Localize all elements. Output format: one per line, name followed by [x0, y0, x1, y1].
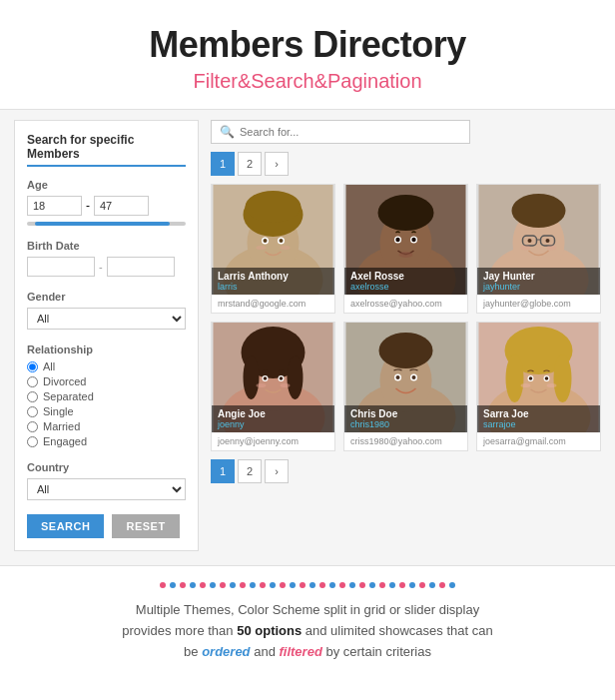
dot	[389, 582, 395, 588]
dot	[449, 582, 455, 588]
svg-point-17	[395, 238, 399, 242]
svg-point-9	[257, 246, 267, 250]
member-name: Larris Anthony	[218, 271, 289, 282]
page-1-button[interactable]: 1	[211, 152, 235, 176]
member-card[interactable]: Chris Doechris1980criss1980@yahoo.com	[343, 322, 468, 451]
svg-point-19	[399, 252, 413, 258]
page-2-button-bottom[interactable]: 2	[238, 459, 262, 483]
sidebar-title: Search for specific Members	[27, 133, 186, 167]
member-username: jayhunter	[483, 282, 520, 292]
member-username: sarrajoe	[483, 419, 516, 429]
footer-text-3: and ulimited showcases that can	[302, 623, 493, 638]
page-next-button-bottom[interactable]: ›	[265, 459, 289, 483]
svg-point-4	[246, 191, 302, 223]
dot	[369, 582, 375, 588]
member-name-badge: Angie Joejoenny	[212, 405, 334, 432]
member-email: criss1980@yahoo.com	[344, 432, 467, 450]
dot	[409, 582, 415, 588]
member-name: Sarra Joe	[483, 408, 529, 419]
member-username: axelrosse	[350, 282, 389, 292]
page-2-button[interactable]: 2	[238, 152, 262, 176]
member-card[interactable]: Sarra Joesarrajoejoesarra@gmail.com	[476, 322, 601, 451]
dot	[359, 582, 365, 588]
footer-text-5: and	[251, 644, 280, 659]
dot	[180, 582, 186, 588]
right-panel: 🔍 1 2 › Larris Anthonylarrismrstand@goog…	[211, 120, 601, 551]
country-select[interactable]: All	[27, 478, 186, 500]
member-email: joesarra@gmail.com	[477, 432, 600, 450]
page-next-button[interactable]: ›	[265, 152, 289, 176]
relationship-separated[interactable]: Separated	[27, 390, 186, 402]
relationship-engaged[interactable]: Engaged	[27, 435, 186, 447]
main-content: Search for specific Members Age - Birth …	[0, 109, 615, 566]
member-name-badge: Jay Hunterjayhunter	[477, 268, 600, 295]
member-photo: Angie Joejoenny	[212, 323, 334, 432]
footer-text: Multiple Themes, Color Scheme split in g…	[20, 600, 595, 662]
member-email: jayhunter@globe.com	[477, 295, 600, 313]
gender-label: Gender	[27, 291, 186, 303]
age-max-input[interactable]	[94, 196, 149, 216]
member-card[interactable]: Angie Joejoennyjoenny@joenny.com	[211, 322, 335, 451]
member-card[interactable]: Jay Hunterjayhunterjayhunter@globe.com	[476, 184, 601, 314]
page-1-button-bottom[interactable]: 1	[211, 459, 235, 483]
svg-point-27	[528, 239, 532, 243]
svg-point-8	[280, 239, 284, 243]
svg-point-30	[547, 246, 557, 251]
relationship-married[interactable]: Married	[27, 420, 186, 432]
member-name: Jay Hunter	[483, 271, 535, 282]
gender-select[interactable]: All Male Female	[27, 308, 186, 330]
search-button[interactable]: SEARCH	[27, 514, 104, 538]
member-photo: Sarra Joesarrajoe	[477, 323, 600, 432]
dot	[260, 582, 266, 588]
dot	[280, 582, 286, 588]
member-card[interactable]: Axel Rosseaxelrosseaxelrosse@yahoo.com	[343, 184, 468, 314]
footer-highlight-filtered: filtered	[279, 644, 321, 659]
member-name-badge: Axel Rosseaxelrosse	[344, 268, 467, 295]
age-filter: Age -	[27, 179, 186, 226]
relationship-divorced[interactable]: Divorced	[27, 375, 186, 387]
relationship-label: Relationship	[27, 344, 186, 355]
dots-line	[20, 582, 595, 588]
dot	[210, 582, 216, 588]
reset-button[interactable]: RESET	[112, 514, 179, 538]
dot	[270, 582, 276, 588]
svg-point-14	[378, 195, 434, 231]
country-label: Country	[27, 461, 186, 473]
svg-point-56	[554, 354, 572, 402]
member-photo: Jay Hunterjayhunter	[477, 185, 600, 295]
header: Members Directory Filter&Search&Paginati…	[0, 0, 615, 109]
gender-filter: Gender All Male Female	[27, 291, 186, 330]
svg-point-62	[547, 383, 557, 387]
dot	[319, 582, 325, 588]
dot	[349, 582, 355, 588]
member-card[interactable]: Larris Anthonylarrismrstand@google.com	[211, 184, 335, 314]
member-name-badge: Larris Anthonylarris	[212, 268, 334, 295]
svg-point-41	[257, 383, 267, 387]
svg-point-40	[280, 376, 284, 380]
svg-point-61	[521, 383, 531, 387]
sidebar: Search for specific Members Age - Birth …	[14, 120, 199, 551]
relationship-all[interactable]: All	[27, 360, 186, 372]
age-min-input[interactable]	[27, 196, 82, 216]
dot	[300, 582, 306, 588]
svg-point-10	[281, 246, 291, 250]
member-username: larris	[218, 282, 238, 292]
search-input[interactable]	[240, 126, 461, 138]
member-username: joenny	[218, 419, 245, 429]
member-photo: Larris Anthonylarris	[212, 185, 334, 295]
birthdate-to-input[interactable]	[107, 257, 175, 277]
member-name-badge: Sarra Joesarrajoe	[477, 405, 600, 432]
members-grid: Larris Anthonylarrismrstand@google.com A…	[211, 184, 601, 451]
member-name: Axel Rosse	[350, 271, 404, 282]
birthdate-label: Birth Date	[27, 240, 186, 252]
svg-point-29	[521, 246, 531, 251]
svg-point-23	[512, 194, 566, 228]
birthdate-from-input[interactable]	[27, 257, 95, 277]
footer-text-2: provides more than	[122, 623, 237, 638]
svg-point-36	[288, 355, 304, 399]
relationship-single[interactable]: Single	[27, 405, 186, 417]
dot	[309, 582, 315, 588]
member-name: Angie Joe	[218, 408, 266, 419]
member-photo: Chris Doechris1980	[344, 323, 467, 432]
age-slider-track[interactable]	[27, 222, 186, 226]
